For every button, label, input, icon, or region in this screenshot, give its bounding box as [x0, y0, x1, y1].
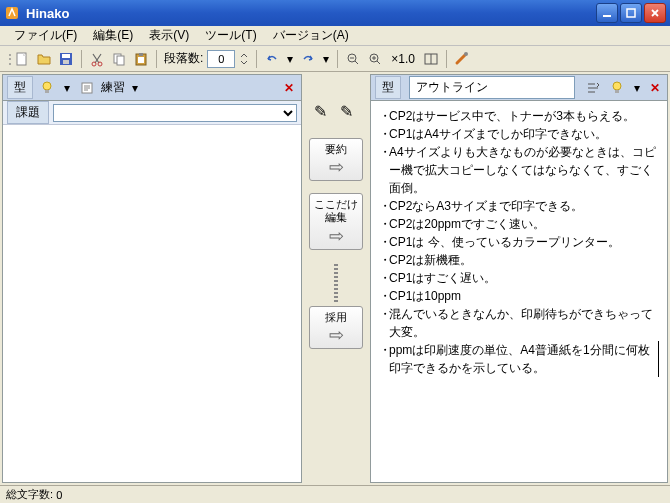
undo-button[interactable] — [262, 49, 282, 69]
redo-dropdown[interactable]: ▾ — [320, 52, 332, 66]
right-panel: 型 アウトライン ▾ ✕ ・CP2はサービス中で、トナーが3本もらえる。・CP1… — [370, 74, 668, 483]
svg-point-18 — [464, 52, 468, 56]
practice-dropdown[interactable]: ▾ — [129, 81, 141, 95]
left-subheader: 課題 — [3, 101, 301, 125]
svg-rect-12 — [139, 53, 143, 56]
note-icon[interactable] — [77, 78, 97, 98]
svg-point-7 — [92, 62, 96, 66]
svg-rect-1 — [603, 15, 611, 17]
zoom-level: ×1.0 — [387, 52, 419, 66]
edit-here-button[interactable]: ここだけ 編集 ⇨ — [309, 193, 363, 249]
svg-rect-5 — [62, 54, 70, 58]
cut-button[interactable] — [87, 49, 107, 69]
zoom-out-button[interactable] — [343, 49, 363, 69]
adopt-button[interactable]: 採用 ⇨ — [309, 306, 363, 349]
right-panel-header: 型 アウトライン ▾ ✕ — [371, 75, 667, 101]
titlebar: Hinako — [0, 0, 670, 26]
middle-column: ✎ ✎ 要約 ⇨ ここだけ 編集 ⇨ 採用 ⇨ — [304, 72, 368, 485]
svg-rect-2 — [627, 9, 635, 17]
outline-item[interactable]: ・A4サイズよりも大きなものが必要なときは、コピー機で拡大コピーしなくてはならな… — [379, 143, 659, 197]
outline-item[interactable]: ・CP1はすごく遅い。 — [379, 269, 659, 287]
settings-button[interactable] — [452, 49, 472, 69]
pencil-icon-2[interactable]: ✎ — [340, 102, 358, 120]
new-button[interactable] — [12, 49, 32, 69]
left-panel-header: 型 ▾ 練習 ▾ ✕ — [3, 75, 301, 101]
right-type-selector[interactable]: 型 — [375, 76, 401, 99]
svg-point-8 — [98, 62, 102, 66]
outline-item[interactable]: ・CP2ならA3サイズまで印字できる。 — [379, 197, 659, 215]
app-icon — [4, 5, 20, 21]
outline-item[interactable]: ・混んでいるときなんか、印刷待ちができちゃって大変。 — [379, 305, 659, 341]
left-panel-close[interactable]: ✕ — [281, 81, 297, 95]
paragraph-count-input[interactable] — [207, 50, 235, 68]
undo-dropdown[interactable]: ▾ — [284, 52, 296, 66]
menu-file[interactable]: ファイル(F) — [6, 25, 85, 46]
svg-rect-6 — [63, 60, 69, 64]
outline-item[interactable]: ・CP2は20ppmですごく速い。 — [379, 215, 659, 233]
outline-item[interactable]: ・CP2はサービス中で、トナーが3本もらえる。 — [379, 107, 659, 125]
menubar: ファイル(F) 編集(E) 表示(V) ツール(T) バージョン(A) — [0, 26, 670, 46]
bulb-icon[interactable] — [37, 78, 57, 98]
split-view-button[interactable] — [421, 49, 441, 69]
splitter-handle[interactable] — [334, 264, 338, 304]
content-area: 型 ▾ 練習 ▾ ✕ 課題 ✎ ✎ 要約 ⇨ ここだけ 編集 ⇨ — [0, 72, 670, 485]
svg-rect-10 — [117, 56, 124, 65]
char-count-label: 総文字数: — [6, 487, 53, 502]
bulb-icon-right[interactable] — [607, 78, 627, 98]
left-dropdown-1[interactable]: ▾ — [61, 81, 73, 95]
redo-button[interactable] — [298, 49, 318, 69]
svg-point-19 — [43, 82, 51, 90]
paragraph-count-label: 段落数: — [162, 50, 205, 67]
svg-rect-20 — [45, 90, 49, 93]
toolbar: ⋮ 段落数: ▾ ▾ ×1.0 — [0, 46, 670, 72]
outline-item[interactable]: ・CP1は 今、使っているカラープリンター。 — [379, 233, 659, 251]
statusbar: 総文字数: 0 — [0, 485, 670, 503]
right-dropdown[interactable]: ▾ — [631, 81, 643, 95]
subject-label: 課題 — [7, 101, 49, 124]
summary-button[interactable]: 要約 ⇨ — [309, 138, 363, 181]
outline-item[interactable]: ・ppmは印刷速度の単位、A4普通紙を1分間に何枚印字できるかを示している。 — [379, 341, 659, 377]
subject-select[interactable] — [53, 104, 297, 122]
open-button[interactable] — [34, 49, 54, 69]
menu-version[interactable]: バージョン(A) — [265, 25, 357, 46]
type-selector[interactable]: 型 — [7, 76, 33, 99]
window-title: Hinako — [26, 6, 596, 21]
save-button[interactable] — [56, 49, 76, 69]
zoom-in-button[interactable] — [365, 49, 385, 69]
pencil-icon-1[interactable]: ✎ — [314, 102, 332, 120]
paragraph-spinner[interactable] — [237, 49, 251, 69]
copy-button[interactable] — [109, 49, 129, 69]
practice-label: 練習 — [101, 79, 125, 96]
close-button[interactable] — [644, 3, 666, 23]
outline-title: アウトライン — [409, 76, 575, 99]
svg-rect-23 — [615, 90, 619, 93]
menu-edit[interactable]: 編集(E) — [85, 25, 141, 46]
indent-icon[interactable] — [583, 78, 603, 98]
paste-button[interactable] — [131, 49, 151, 69]
outline-item[interactable]: ・CP2は新機種。 — [379, 251, 659, 269]
menu-tool[interactable]: ツール(T) — [197, 25, 264, 46]
menu-view[interactable]: 表示(V) — [141, 25, 197, 46]
char-count-value: 0 — [56, 489, 62, 501]
svg-point-22 — [613, 82, 621, 90]
outline-body[interactable]: ・CP2はサービス中で、トナーが3本もらえる。・CP1はA4サイズまでしか印字で… — [371, 101, 667, 482]
maximize-button[interactable] — [620, 3, 642, 23]
right-panel-close[interactable]: ✕ — [647, 81, 663, 95]
outline-item[interactable]: ・CP1は10ppm — [379, 287, 659, 305]
outline-item[interactable]: ・CP1はA4サイズまでしか印字できない。 — [379, 125, 659, 143]
svg-rect-13 — [138, 57, 144, 63]
left-panel-body[interactable] — [3, 125, 301, 482]
left-panel: 型 ▾ 練習 ▾ ✕ 課題 — [2, 74, 302, 483]
minimize-button[interactable] — [596, 3, 618, 23]
